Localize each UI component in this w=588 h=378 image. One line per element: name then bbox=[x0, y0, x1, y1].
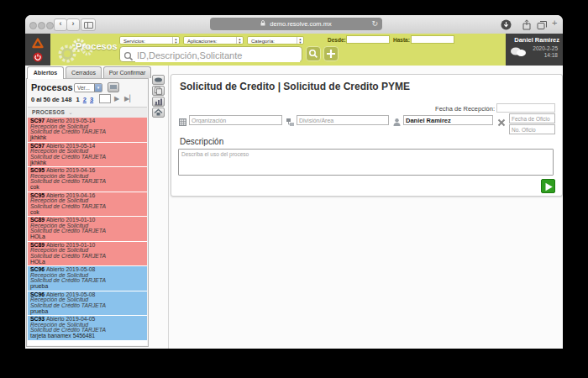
desde-input[interactable] bbox=[346, 35, 390, 44]
traffic-light-minimize-icon[interactable] bbox=[38, 22, 45, 29]
pagination-page-3[interactable]: 3 bbox=[90, 96, 93, 103]
item-note: tarjeta banamex 5456481 bbox=[30, 333, 144, 339]
traffic-light-close-icon[interactable] bbox=[29, 22, 37, 29]
power-icon[interactable] bbox=[33, 50, 43, 66]
list-item[interactable]: SC95Abierto2019-04-16 Recepción de Solic… bbox=[28, 167, 147, 192]
panel-title: Procesos bbox=[31, 82, 73, 92]
app-title: Procesos bbox=[76, 41, 118, 51]
new-tab-icon[interactable]: + bbox=[552, 18, 557, 28]
list-header-label: PROCESOS bbox=[32, 109, 65, 115]
pagination-page-input[interactable] bbox=[99, 94, 111, 103]
app-header: Procesos Servicios: ▴▾ Aplicaciones: ▴▾ … bbox=[25, 34, 563, 66]
submit-button[interactable] bbox=[541, 179, 555, 193]
item-process: Solicitud de Crédito TARJETA bbox=[30, 155, 144, 160]
hasta-input[interactable] bbox=[411, 35, 454, 44]
item-note: prueba bbox=[30, 309, 144, 315]
division-area-input[interactable] bbox=[297, 115, 389, 125]
select-stepper-icon: ▴▾ bbox=[172, 37, 179, 44]
organization-icon bbox=[178, 115, 187, 124]
desde-label: Desde: bbox=[328, 37, 346, 43]
list-item[interactable]: SC96Abierto2019-05-08 Recepción de Solic… bbox=[28, 266, 147, 291]
item-process: Solicitud de Crédito TARJETA bbox=[30, 129, 144, 135]
session-date: 2020-2-25 bbox=[533, 45, 558, 51]
search-input[interactable] bbox=[135, 48, 300, 62]
forward-button[interactable]: › bbox=[66, 18, 80, 31]
item-process: Solicitud de Crédito TARJETA bbox=[30, 228, 144, 234]
list-item[interactable]: SC97Abierto2019-05-14 Recepción de Solic… bbox=[28, 118, 147, 142]
reload-icon[interactable]: ↻ bbox=[371, 18, 378, 30]
hide-panel-icon[interactable] bbox=[152, 75, 165, 85]
pagination: 0 al 50 de 148 1 2 3 bbox=[31, 96, 93, 103]
last-page-icon[interactable]: ▶▏ bbox=[124, 95, 134, 102]
home-icon[interactable] bbox=[152, 108, 165, 118]
item-note: jkhkhk bbox=[30, 160, 144, 166]
clear-icon[interactable] bbox=[497, 115, 507, 124]
tab-cerrados[interactable]: Cerrados bbox=[66, 66, 102, 78]
tab-por-confirmar[interactable]: Por Confirmar bbox=[103, 66, 151, 78]
process-list: SC97Abierto2019-05-14 Recepción de Solic… bbox=[28, 118, 147, 345]
categoria-select-label: Categoría: bbox=[251, 39, 275, 44]
tabs-overview-icon[interactable] bbox=[537, 18, 548, 34]
app-left-strip bbox=[25, 34, 50, 66]
descripcion-textarea[interactable] bbox=[178, 149, 554, 176]
next-page-icon[interactable]: ▶ bbox=[114, 95, 119, 102]
view-select[interactable]: Ver... ▾ bbox=[74, 83, 102, 92]
pagination-page-2[interactable]: 2 bbox=[83, 96, 87, 103]
fecha-recepcion-label: Fecha de Recepción: bbox=[435, 105, 495, 113]
chat-icon[interactable] bbox=[510, 46, 527, 61]
sidebar-toggle-icon[interactable] bbox=[81, 18, 96, 31]
item-note: cok bbox=[30, 210, 144, 216]
fecha-recepcion-input[interactable] bbox=[496, 103, 555, 113]
division-icon bbox=[286, 115, 295, 124]
pagination-current-page: 1 bbox=[76, 96, 79, 103]
solicitante-input[interactable] bbox=[403, 115, 493, 125]
select-stepper-icon: ▴▾ bbox=[236, 37, 243, 44]
traffic-light-zoom-icon[interactable] bbox=[46, 22, 54, 29]
no-oficio-input[interactable] bbox=[509, 124, 555, 134]
list-item[interactable]: SC96Abierto2019-05-08 Recepción de Solic… bbox=[28, 291, 147, 316]
servicios-select[interactable]: Servicios: ▴▾ bbox=[119, 36, 180, 45]
back-button[interactable]: ‹ bbox=[54, 18, 67, 31]
browser-toolbar: ‹ › demo.resolve.com.mx ↻ + bbox=[25, 15, 563, 34]
item-process: Solicitud de Crédito TARJETA bbox=[30, 179, 144, 185]
user-panel: Daniel Ramirez 2020-2-25 14:18 bbox=[506, 34, 563, 66]
list-column-header[interactable]: PROCESOS ⌄ bbox=[28, 107, 147, 118]
servicios-select-label: Servicios: bbox=[123, 39, 145, 44]
item-process: Solicitud de Crédito TARJETA bbox=[30, 254, 144, 260]
item-note: cok bbox=[30, 185, 144, 191]
descripcion-label: Descripción bbox=[180, 137, 223, 146]
item-note: jkhkhk bbox=[30, 135, 144, 141]
user-icon bbox=[392, 115, 402, 124]
list-item[interactable]: SC89Abierto2019-01-10 Recepción de Solic… bbox=[28, 242, 147, 266]
tab-abiertos[interactable]: Abiertos bbox=[27, 66, 64, 79]
categoria-select[interactable]: Categoría: ▴▾ bbox=[247, 36, 304, 45]
panel-tools bbox=[152, 75, 165, 118]
pagination-range: 0 al 50 de 148 bbox=[31, 96, 71, 103]
search-box bbox=[119, 46, 302, 62]
aplicaciones-select[interactable]: Aplicaciones: ▴▾ bbox=[183, 36, 244, 45]
copy-documents-icon[interactable] bbox=[152, 86, 165, 96]
chevron-down-icon: ▾ bbox=[94, 84, 102, 92]
view-select-label: Ver... bbox=[77, 85, 90, 91]
screenshot-stage: ‹ › demo.resolve.com.mx ↻ + bbox=[0, 0, 588, 378]
layout-view-icon[interactable] bbox=[108, 82, 119, 92]
address-bar[interactable]: demo.resolve.com.mx ↻ bbox=[210, 18, 382, 30]
app-content: Abiertos Cerrados Por Confirmar Procesos… bbox=[25, 66, 563, 349]
item-note: HOLa bbox=[30, 234, 144, 240]
item-process: Solicitud de Crédito TARJETA bbox=[30, 204, 144, 210]
list-item[interactable]: SC89Abierto2019-01-10 Recepción de Solic… bbox=[28, 217, 147, 241]
list-item[interactable]: SC93Abierto2019-04-05 Recepción de Solic… bbox=[28, 316, 147, 340]
session-time: 14:18 bbox=[544, 52, 558, 58]
fecha-oficio-input[interactable] bbox=[509, 113, 555, 123]
share-icon[interactable] bbox=[522, 18, 532, 34]
downloads-icon[interactable] bbox=[501, 18, 512, 34]
search-button[interactable] bbox=[306, 46, 321, 61]
organizacion-input[interactable] bbox=[189, 115, 282, 125]
session-datetime: 2020-2-25 14:18 bbox=[533, 45, 558, 59]
list-item[interactable]: SC97Abierto2019-05-14 Recepción de Solic… bbox=[28, 143, 147, 167]
add-process-button[interactable] bbox=[323, 46, 339, 61]
user-name: Daniel Ramirez bbox=[514, 36, 559, 44]
list-item[interactable]: SC95Abierto2019-04-16 Recepción de Solic… bbox=[28, 192, 147, 217]
chart-icon[interactable] bbox=[152, 97, 165, 107]
sort-icon: ⌄ bbox=[68, 109, 73, 115]
